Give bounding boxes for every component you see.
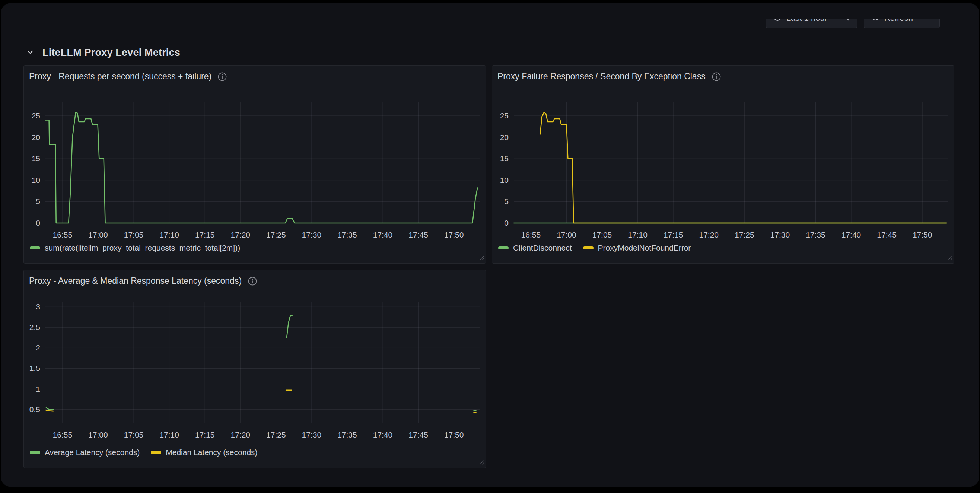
legend-series-label[interactable]: Average Latency (seconds) <box>45 448 140 457</box>
legend-item[interactable]: Average Latency (seconds) <box>30 448 140 457</box>
svg-text:17:35: 17:35 <box>806 231 826 239</box>
svg-text:17:10: 17:10 <box>628 231 648 239</box>
legend-item[interactable]: Median Latency (seconds) <box>151 448 257 457</box>
legend-series-swatch <box>583 247 593 250</box>
time-series-plot[interactable]: 0.511.522.5316:5517:0017:0517:1017:1517:… <box>24 294 486 447</box>
svg-text:1.5: 1.5 <box>29 364 40 372</box>
svg-text:17:50: 17:50 <box>444 431 464 439</box>
panel-resize-handle-icon[interactable] <box>946 254 953 262</box>
time-range-label: Last 1 hour <box>786 19 827 23</box>
svg-text:17:00: 17:00 <box>557 231 576 239</box>
dashboard-page: Last 1 hour Re <box>1 3 979 487</box>
svg-text:17:45: 17:45 <box>877 231 897 239</box>
svg-text:17:45: 17:45 <box>409 231 428 239</box>
refresh-button-group: Refresh <box>864 19 940 28</box>
svg-text:1: 1 <box>36 385 40 393</box>
toolbar-clip-region: Last 1 hour Re <box>766 19 940 28</box>
chevron-down-icon <box>26 48 34 58</box>
time-series-plot[interactable]: 051015202516:5517:0017:0517:1017:1517:20… <box>24 95 486 247</box>
panel-failure-responses: Proxy Failure Responses / Second By Exce… <box>492 65 954 264</box>
svg-text:17:45: 17:45 <box>409 431 428 439</box>
svg-text:17:25: 17:25 <box>266 231 286 239</box>
panel-resize-handle-icon[interactable] <box>478 254 484 262</box>
legend-series-label[interactable]: ProxyModelNotFoundError <box>598 243 691 253</box>
svg-text:17:40: 17:40 <box>842 231 861 239</box>
panel-title: Proxy - Average & Median Response Latenc… <box>29 276 242 286</box>
svg-text:10: 10 <box>32 176 40 184</box>
svg-text:17:00: 17:00 <box>88 231 108 239</box>
svg-text:0: 0 <box>36 219 40 227</box>
svg-text:17:25: 17:25 <box>266 431 286 439</box>
info-icon[interactable] <box>248 276 257 286</box>
refresh-button[interactable]: Refresh <box>864 19 920 27</box>
svg-text:17:15: 17:15 <box>195 231 215 239</box>
svg-text:25: 25 <box>500 111 509 120</box>
legend-series-label[interactable]: ClientDisconnect <box>513 243 572 253</box>
svg-text:0: 0 <box>504 219 509 227</box>
legend-series-label[interactable]: sum(rate(litellm_proxy_total_requests_me… <box>45 243 240 253</box>
panel-header[interactable]: Proxy - Requests per second (success + f… <box>29 72 480 81</box>
info-icon[interactable] <box>218 72 227 81</box>
svg-text:17:15: 17:15 <box>663 231 683 239</box>
svg-text:17:50: 17:50 <box>444 231 464 239</box>
svg-text:17:15: 17:15 <box>195 431 215 439</box>
time-series-plot[interactable]: 051015202516:5517:0017:0517:1017:1517:20… <box>492 95 955 247</box>
svg-text:17:10: 17:10 <box>159 431 179 439</box>
zoom-out-icon <box>841 19 850 24</box>
refresh-icon <box>871 19 880 24</box>
refresh-label: Refresh <box>884 19 913 23</box>
svg-text:16:55: 16:55 <box>53 431 73 439</box>
info-icon[interactable] <box>711 72 721 81</box>
svg-text:17:35: 17:35 <box>337 231 357 239</box>
caret-down-icon <box>927 19 933 23</box>
svg-text:17:40: 17:40 <box>373 431 393 439</box>
svg-text:5: 5 <box>36 197 40 205</box>
panel-title: Proxy Failure Responses / Second By Exce… <box>498 72 706 81</box>
svg-text:17:50: 17:50 <box>913 231 932 239</box>
svg-text:16:55: 16:55 <box>521 231 541 239</box>
svg-text:17:05: 17:05 <box>592 231 612 239</box>
svg-text:0.5: 0.5 <box>29 405 40 414</box>
panel-header[interactable]: Proxy Failure Responses / Second By Exce… <box>498 72 949 81</box>
svg-text:15: 15 <box>500 154 509 163</box>
row-header-litellm-proxy[interactable]: LiteLLM Proxy Level Metrics <box>26 47 180 59</box>
time-range-picker-button[interactable]: Last 1 hour <box>766 19 834 27</box>
svg-text:17:25: 17:25 <box>735 231 754 239</box>
legend-item[interactable]: ClientDisconnect <box>498 243 572 253</box>
panel-legend: sum(rate(litellm_proxy_total_requests_me… <box>30 243 240 253</box>
svg-text:2: 2 <box>36 344 40 352</box>
svg-text:17:10: 17:10 <box>159 231 179 239</box>
legend-item[interactable]: ProxyModelNotFoundError <box>583 243 691 253</box>
panel-legend: Average Latency (seconds)Median Latency … <box>30 448 258 457</box>
panel-requests-per-second: Proxy - Requests per second (success + f… <box>24 65 486 264</box>
svg-text:20: 20 <box>500 133 509 142</box>
legend-series-swatch <box>498 247 509 250</box>
legend-series-swatch <box>30 451 40 454</box>
panel-title: Proxy - Requests per second (success + f… <box>29 72 212 81</box>
svg-text:16:55: 16:55 <box>53 231 73 239</box>
svg-text:17:20: 17:20 <box>231 231 250 239</box>
row-title: LiteLLM Proxy Level Metrics <box>43 47 180 59</box>
panel-header[interactable]: Proxy - Average & Median Response Latenc… <box>29 276 480 286</box>
svg-text:5: 5 <box>504 197 509 205</box>
svg-text:3: 3 <box>36 302 40 311</box>
svg-text:17:40: 17:40 <box>373 231 393 239</box>
legend-series-label[interactable]: Median Latency (seconds) <box>166 448 257 457</box>
svg-text:2.5: 2.5 <box>29 323 40 331</box>
panel-response-latency: Proxy - Average & Median Response Latenc… <box>24 270 486 468</box>
legend-item[interactable]: sum(rate(litellm_proxy_total_requests_me… <box>30 243 240 253</box>
zoom-out-time-range-button[interactable] <box>834 19 857 27</box>
svg-text:17:30: 17:30 <box>302 431 322 439</box>
panel-legend: ClientDisconnectProxyModelNotFoundError <box>498 243 691 253</box>
svg-text:10: 10 <box>500 176 509 184</box>
refresh-interval-dropdown[interactable] <box>920 19 939 27</box>
panel-resize-handle-icon[interactable] <box>478 458 484 467</box>
time-range-button-group: Last 1 hour <box>766 19 857 28</box>
svg-text:17:20: 17:20 <box>699 231 719 239</box>
legend-series-swatch <box>30 247 40 250</box>
svg-text:17:30: 17:30 <box>770 231 790 239</box>
dashboard-toolbar: Last 1 hour Re <box>766 19 940 28</box>
clock-icon <box>773 19 782 24</box>
svg-text:17:00: 17:00 <box>88 431 108 439</box>
svg-text:17:35: 17:35 <box>337 431 357 439</box>
